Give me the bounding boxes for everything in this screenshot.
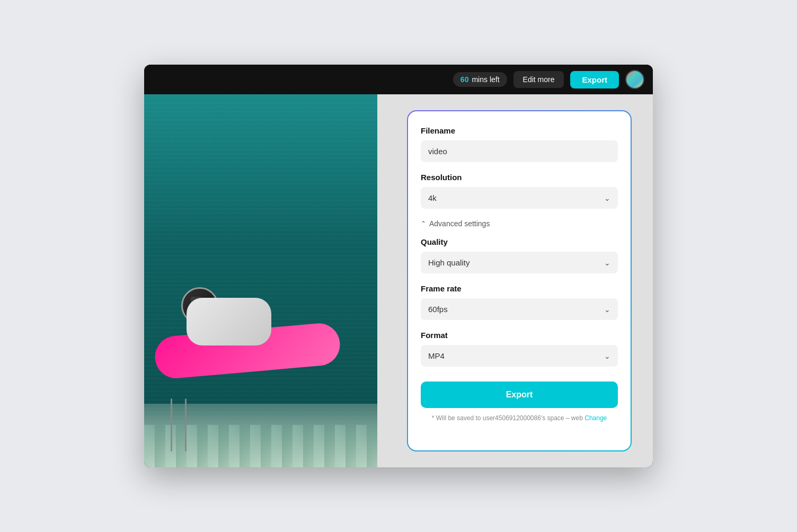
framerate-group: Frame rate 60fps 30fps 24fps ⌄ <box>421 284 618 320</box>
astronaut-suit <box>187 298 271 345</box>
video-preview <box>144 94 377 467</box>
mins-left-badge: 60 mins left <box>453 72 507 87</box>
quality-label: Quality <box>421 237 618 246</box>
resolution-label: Resolution <box>421 173 618 182</box>
export-main-button[interactable]: Export <box>421 382 618 408</box>
edit-more-button[interactable]: Edit more <box>513 71 564 88</box>
quality-select[interactable]: High quality Medium quality Low quality <box>421 252 618 273</box>
ladder-side-right <box>185 398 187 451</box>
framerate-select-wrapper: 60fps 30fps 24fps ⌄ <box>421 298 618 320</box>
save-notice: * Will be saved to user4506912000086's s… <box>421 414 618 422</box>
save-notice-change-link[interactable]: Change <box>585 414 607 422</box>
framerate-label: Frame rate <box>421 284 618 293</box>
astronaut-scene <box>144 94 377 467</box>
format-select-wrapper: MP4 MOV GIF WebM ⌄ <box>421 345 618 367</box>
format-label: Format <box>421 331 618 340</box>
export-dialog: Filename Resolution 4k 1080p 720p ⌄ <box>408 111 631 450</box>
advanced-chevron-up-icon: ⌃ <box>421 220 426 227</box>
advanced-settings-toggle[interactable]: ⌃ Advanced settings <box>421 219 490 228</box>
save-notice-prefix: * Will be saved to user4506912000086's s… <box>432 414 583 422</box>
filename-label: Filename <box>421 126 618 135</box>
resolution-group: Resolution 4k 1080p 720p ⌄ <box>421 173 618 209</box>
resolution-select[interactable]: 4k 1080p 720p <box>421 187 618 209</box>
top-bar: 60 mins left Edit more Export <box>144 65 653 94</box>
ladder-side-left <box>171 398 172 451</box>
filename-group: Filename <box>421 126 618 162</box>
resolution-select-wrapper: 4k 1080p 720p ⌄ <box>421 187 618 209</box>
advanced-settings-label: Advanced settings <box>429 219 490 228</box>
export-dialog-wrapper: Filename Resolution 4k 1080p 720p ⌄ <box>407 110 632 451</box>
mins-left-number: 60 <box>461 75 469 84</box>
pool-ladder <box>171 398 187 451</box>
format-group: Format MP4 MOV GIF WebM ⌄ <box>421 331 618 367</box>
filename-input[interactable] <box>421 140 618 162</box>
quality-group: Quality High quality Medium quality Low … <box>421 237 618 273</box>
export-top-button[interactable]: Export <box>570 71 619 88</box>
format-select[interactable]: MP4 MOV GIF WebM <box>421 345 618 367</box>
avatar[interactable] <box>625 70 644 89</box>
framerate-select[interactable]: 60fps 30fps 24fps <box>421 298 618 320</box>
main-content: Filename Resolution 4k 1080p 720p ⌄ <box>144 94 653 467</box>
astronaut-body <box>176 287 282 351</box>
app-window: 60 mins left Edit more Export <box>144 65 653 467</box>
quality-select-wrapper: High quality Medium quality Low quality … <box>421 252 618 273</box>
mins-left-text: mins left <box>472 75 499 84</box>
